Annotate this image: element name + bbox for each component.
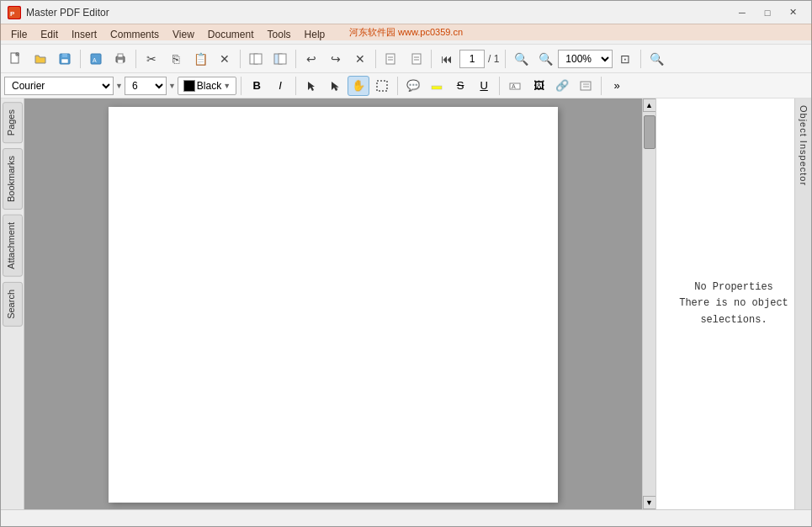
inspector-body: No Properties There is no object selecti… (656, 98, 811, 509)
attachment-tab[interactable]: Attachment (3, 215, 23, 277)
scroll-thumb[interactable] (644, 115, 655, 149)
page-separator: / 1 (486, 53, 502, 65)
fit-page-button[interactable]: ⊡ (613, 47, 637, 71)
zoom-out-button[interactable]: 🔍 (509, 47, 533, 71)
prev-page-button[interactable] (379, 47, 403, 71)
bookmarks-tab[interactable]: Bookmarks (3, 148, 23, 210)
font-family-select[interactable]: Courier Arial Times New Roman (4, 77, 114, 95)
highlight-button[interactable] (426, 76, 448, 96)
maximize-button[interactable]: □ (756, 4, 779, 21)
menu-view[interactable]: View (166, 27, 201, 42)
svg-rect-24 (432, 86, 442, 89)
menu-edit[interactable]: Edit (34, 27, 65, 42)
text-field-button[interactable]: A (504, 76, 526, 96)
cut-button[interactable]: ✂ (140, 47, 163, 71)
insert-page-button[interactable] (244, 47, 268, 71)
object-inspector-tab[interactable]: Object Inspector (794, 98, 811, 509)
app-title: Master PDF Editor (26, 7, 730, 19)
menu-document[interactable]: Document (201, 27, 261, 42)
minimize-button[interactable]: ─ (730, 4, 754, 21)
underline-button[interactable]: U (473, 76, 495, 96)
extract-page-button[interactable] (268, 47, 292, 71)
formatting-toolbar: Courier Arial Times New Roman ▼ 6 8 10 1… (1, 73, 811, 98)
separator (375, 50, 376, 68)
app-icon: P (8, 6, 21, 19)
strikethrough-button[interactable]: S (449, 76, 471, 96)
zoom-select[interactable]: 100% 50% 75% 125% 150% 200% (558, 50, 613, 68)
more-button[interactable]: » (606, 76, 628, 96)
save-button[interactable] (53, 47, 77, 71)
font-size-select[interactable]: 6 8 10 12 14 (125, 77, 167, 95)
scroll-track (643, 112, 655, 496)
svg-rect-28 (581, 82, 591, 90)
link-button[interactable]: 🔗 (551, 76, 573, 96)
selection-tool-button[interactable] (371, 76, 393, 96)
color-label: Black (197, 80, 221, 92)
color-swatch (183, 80, 195, 92)
scroll-up-button[interactable]: ▲ (643, 98, 656, 112)
print-button[interactable] (109, 47, 132, 71)
main-toolbar: A ✂ ⎘ 📋 ✕ ↩ ↪ ✕ ⏮ 1 / 1 🔍 🔍 100% 50% 75%… (1, 45, 811, 73)
svg-rect-5 (62, 54, 67, 57)
redo-button[interactable]: ↪ (324, 47, 348, 71)
svg-text:T: T (336, 86, 339, 91)
bold-button[interactable]: B (246, 76, 268, 96)
paste-button[interactable]: 📋 (188, 47, 212, 71)
no-properties-msg: There is no object selections. (679, 295, 788, 327)
menu-help[interactable]: Help (298, 27, 332, 42)
close-button[interactable]: ✕ (781, 4, 804, 21)
svg-rect-15 (279, 54, 286, 64)
svg-rect-13 (254, 54, 262, 64)
separator (640, 50, 641, 68)
vertical-scrollbar[interactable]: ▲ ▼ (642, 98, 655, 509)
zoom-in-button[interactable]: 🔍 (533, 47, 557, 71)
delete-button[interactable]: ✕ (213, 47, 236, 71)
svg-rect-16 (386, 54, 395, 64)
menu-file[interactable]: File (4, 27, 34, 42)
pdf-page (109, 107, 558, 503)
svg-text:P: P (10, 10, 15, 18)
pages-tab[interactable]: Pages (3, 102, 23, 143)
separator (499, 77, 500, 95)
menu-comments[interactable]: Comments (103, 27, 166, 42)
main-area: Pages Bookmarks Attachment Search ▲ ▼ No… (1, 98, 811, 509)
italic-button[interactable]: I (269, 76, 291, 96)
color-picker-button[interactable]: Black ▼ (178, 77, 236, 95)
content-area: ▲ ▼ (24, 98, 655, 509)
form-button[interactable] (575, 76, 597, 96)
image-button[interactable]: 🖼 (528, 76, 549, 96)
window-controls: ─ □ ✕ (730, 4, 804, 21)
text-select-button[interactable]: T (324, 76, 346, 96)
svg-rect-10 (118, 54, 123, 57)
color-arrow: ▼ (223, 82, 231, 90)
separator (295, 50, 296, 68)
titlebar: P Master PDF Editor ─ □ ✕ (1, 1, 811, 24)
separator (240, 50, 241, 68)
no-properties-title: No Properties (694, 279, 773, 295)
menu-tools[interactable]: Tools (261, 27, 298, 42)
copy-button[interactable]: ⎘ (164, 47, 188, 71)
select-tool-button[interactable] (300, 76, 322, 96)
scroll-down-button[interactable]: ▼ (643, 496, 656, 509)
next-page-button[interactable] (404, 47, 427, 71)
font-family-arrow: ▼ (115, 82, 123, 90)
page-number-input[interactable]: 1 (459, 50, 485, 68)
search-button[interactable]: 🔍 (645, 47, 668, 71)
new-button[interactable] (4, 47, 28, 71)
pdf-area[interactable] (100, 98, 566, 509)
svg-text:A: A (512, 83, 516, 89)
save-as-button[interactable]: A (84, 47, 108, 71)
hand-tool-button[interactable]: ✋ (348, 76, 369, 96)
menu-insert[interactable]: Insert (65, 27, 103, 42)
separator (135, 50, 136, 68)
separator (431, 50, 432, 68)
first-page-button[interactable]: ⏮ (435, 47, 459, 71)
separator (505, 50, 506, 68)
undo-button[interactable]: ↩ (300, 47, 323, 71)
sticky-note-button[interactable]: 💬 (402, 76, 424, 96)
svg-rect-19 (412, 54, 421, 64)
search-tab[interactable]: Search (3, 282, 23, 327)
open-button[interactable] (29, 47, 52, 71)
left-sidebar: Pages Bookmarks Attachment Search (1, 98, 24, 509)
cancel-button[interactable]: ✕ (348, 47, 372, 71)
